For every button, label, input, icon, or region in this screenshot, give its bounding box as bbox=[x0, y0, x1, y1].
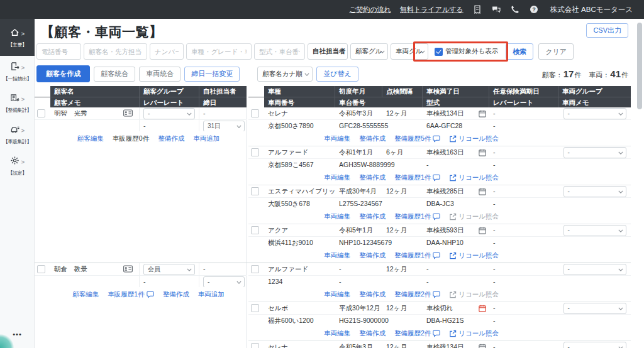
vehicle-checkbox[interactable] bbox=[251, 343, 259, 348]
vehicle-checkbox[interactable] bbox=[251, 109, 259, 117]
maintenance-create-link[interactable]: 整備作成 bbox=[359, 290, 386, 299]
vehicle-row: セルボ 平成30年12月 12ヶ月 車検切れ - - 福井600い1200 HG… bbox=[248, 302, 631, 341]
vehicle-checkbox[interactable] bbox=[251, 148, 259, 156]
chassis-input[interactable] bbox=[254, 43, 305, 60]
customer-name-input[interactable] bbox=[84, 43, 147, 60]
contact-card-icon[interactable] bbox=[123, 109, 133, 117]
model-input[interactable] bbox=[186, 43, 252, 60]
recall-link[interactable]: リコール照会 bbox=[449, 329, 499, 338]
sidebar-item-settings[interactable]: > 【設定】 bbox=[0, 150, 35, 182]
chevron-down-icon bbox=[236, 281, 242, 284]
vehicle-group-select[interactable]: - bbox=[564, 186, 626, 197]
free-trial-link[interactable]: 無料トライアルする bbox=[400, 5, 464, 14]
sidebar-item-bulk-export[interactable]: > 【一括抽出】 bbox=[0, 56, 35, 87]
sales-history-link[interactable]: 車販履歴0件 bbox=[113, 134, 149, 143]
recall-link[interactable]: リコール照会 bbox=[449, 173, 499, 182]
vehicle-group-select[interactable]: - bbox=[564, 108, 626, 119]
customer-section: 明智 光秀 - - - 31日 顧客編集 車販履歴0件 整備作成 車 bbox=[35, 107, 631, 263]
customer-edit-link[interactable]: 顧客編集 bbox=[72, 290, 99, 299]
maintenance-history-link[interactable]: 整備履歴1件 bbox=[394, 212, 440, 221]
maintenance-create-link[interactable]: 整備作成 bbox=[359, 173, 386, 182]
customer-checkbox[interactable] bbox=[37, 265, 45, 273]
maintenance-history-link[interactable]: 整備履歴5件 bbox=[394, 134, 440, 143]
vehicle-group-select[interactable]: - bbox=[564, 147, 626, 158]
vehicle-add-link[interactable]: 車両追加 bbox=[193, 134, 219, 143]
closing-day-select[interactable]: 31日 bbox=[203, 121, 245, 132]
speech-bubble-icon bbox=[433, 291, 440, 298]
customer-edit-link[interactable]: 顧客編集 bbox=[77, 134, 104, 143]
create-customer-button[interactable]: 顧客を作成 bbox=[36, 65, 90, 82]
merge-customers-button[interactable]: 顧客統合 bbox=[94, 67, 135, 82]
show-unmanaged-checkbox[interactable]: 管理対象外も表示 bbox=[435, 47, 498, 56]
sidebar-item-maintenance-summary[interactable]: > 【整備集計】 bbox=[0, 87, 35, 119]
recall-link[interactable]: リコール照会 bbox=[449, 290, 499, 299]
maintenance-create-link[interactable]: 整備作成 bbox=[359, 251, 386, 260]
vehicle-edit-link[interactable]: 車両編集 bbox=[324, 251, 350, 260]
sort-order-select[interactable]: 顧客名カナ順 bbox=[257, 67, 313, 82]
customer-group-select[interactable]: - bbox=[143, 108, 195, 119]
recall-link[interactable]: リコール照会 bbox=[449, 251, 499, 260]
vehicle-group-select[interactable]: - bbox=[564, 303, 626, 314]
phone-icon[interactable] bbox=[510, 4, 520, 14]
calendar-icon[interactable] bbox=[479, 188, 486, 195]
sort-button[interactable]: 並び替え bbox=[316, 67, 358, 82]
customer-group-filter-select[interactable]: 顧客グル bbox=[350, 43, 388, 60]
plate-number-input[interactable] bbox=[150, 43, 184, 60]
customer-group-select[interactable]: 会員 bbox=[143, 264, 195, 275]
maintenance-create-link[interactable]: 整備作成 bbox=[359, 329, 386, 338]
vehicle-checkbox[interactable] bbox=[251, 226, 259, 234]
vehicle-edit-link[interactable]: 車両編集 bbox=[324, 329, 350, 338]
invoice-icon[interactable] bbox=[472, 4, 482, 14]
search-button[interactable]: 検索 bbox=[506, 43, 533, 60]
recall-link[interactable]: リコール照会 bbox=[449, 134, 499, 143]
maintenance-create-link[interactable]: 整備作成 bbox=[359, 212, 386, 221]
vehicle-checkbox[interactable] bbox=[251, 304, 259, 312]
vehicle-edit-link[interactable]: 車両編集 bbox=[324, 290, 350, 299]
staff-select[interactable]: 自社担当者 bbox=[308, 43, 348, 60]
calendar-icon[interactable] bbox=[479, 227, 486, 234]
vehicle-group-filter-select[interactable]: 車両グル bbox=[391, 43, 428, 60]
sidebar-item-main[interactable]: > 【主要】 bbox=[0, 19, 35, 56]
contact-card-icon[interactable] bbox=[123, 265, 133, 273]
calendar-icon[interactable] bbox=[479, 344, 486, 348]
vehicle-checkbox[interactable] bbox=[251, 187, 259, 195]
maintenance-history-link[interactable]: 整備履歴1件 bbox=[394, 173, 440, 182]
calendar-icon[interactable] bbox=[479, 149, 486, 156]
recall-link[interactable]: リコール照会 bbox=[449, 212, 499, 221]
contract-flow-link[interactable]: ご契約の流れ bbox=[349, 5, 391, 14]
phone-input[interactable] bbox=[36, 43, 81, 60]
company-name: 株式会社 ABCモータース bbox=[550, 5, 633, 14]
vehicle-add-link[interactable]: 車両追加 bbox=[198, 290, 225, 299]
vehicle-group-select[interactable]: - bbox=[564, 264, 626, 275]
vehicle-edit-link[interactable]: 車両編集 bbox=[324, 173, 350, 182]
chevron-down-icon bbox=[380, 50, 385, 53]
record-counts: 顧客：17件 車両：41件 bbox=[542, 68, 628, 80]
customer-checkbox[interactable] bbox=[37, 109, 45, 117]
csv-export-button[interactable]: CSV出力 bbox=[586, 23, 628, 38]
maintenance-create-link[interactable]: 整備作成 bbox=[158, 134, 184, 143]
sales-history-link[interactable]: 車販履歴1件 bbox=[108, 290, 153, 299]
calendar-icon-expired[interactable] bbox=[479, 305, 486, 312]
vehicle-edit-link[interactable]: 車両編集 bbox=[324, 212, 350, 221]
vertical-scrollbar[interactable] bbox=[637, 23, 642, 109]
sidebar-item-sales-summary[interactable]: > 【車販集計】 bbox=[0, 119, 35, 150]
external-link-icon bbox=[449, 330, 457, 337]
bulk-closing-date-button[interactable]: 締日一括変更 bbox=[184, 67, 240, 82]
maintenance-history-link[interactable]: 整備履歴2件 bbox=[394, 290, 440, 299]
maintenance-history-link[interactable]: 整備履歴2件 bbox=[394, 329, 440, 338]
chat-icon[interactable] bbox=[491, 4, 501, 14]
vehicle-checkbox[interactable] bbox=[251, 265, 259, 273]
vehicle-group-select[interactable]: - bbox=[564, 342, 626, 348]
help-icon[interactable]: ? bbox=[529, 4, 539, 14]
calendar-icon[interactable] bbox=[479, 110, 486, 117]
maintenance-history-link[interactable]: 整備履歴1件 bbox=[394, 251, 440, 260]
maintenance-create-link[interactable]: 整備作成 bbox=[163, 290, 189, 299]
closing-day-select[interactable]: - bbox=[203, 276, 245, 288]
clear-button[interactable]: クリア bbox=[538, 43, 574, 60]
vehicle-edit-link[interactable]: 車両編集 bbox=[324, 134, 350, 143]
external-link-icon bbox=[449, 252, 457, 259]
merge-vehicles-button[interactable]: 車両統合 bbox=[139, 67, 180, 82]
maintenance-create-link[interactable]: 整備作成 bbox=[359, 134, 386, 143]
vehicle-group-select[interactable]: - bbox=[564, 225, 626, 236]
checked-checkbox-icon[interactable] bbox=[435, 48, 443, 56]
